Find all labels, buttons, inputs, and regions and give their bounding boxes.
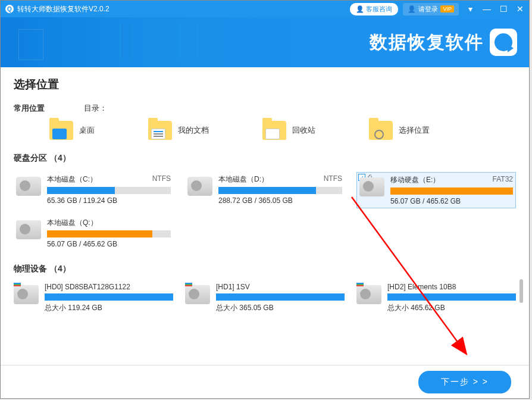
disk-icon — [16, 220, 41, 239]
usage-bar — [390, 188, 513, 195]
disk-icon — [359, 177, 384, 196]
disk-icon — [16, 177, 41, 196]
physical-device-list: [HD0] SD8SBAT128G1122 总大小 119.24 GB [HD1… — [14, 283, 516, 313]
location-browse[interactable]: 选择位置 — [369, 121, 430, 140]
next-button[interactable]: 下一步 > > — [418, 371, 511, 393]
user-icon: 👤 — [408, 5, 416, 13]
disk-icon — [185, 285, 210, 304]
partition-fs: NTFS — [324, 174, 342, 185]
content-area: 选择位置 常用位置 目录： 桌面 我的文档 回收站 选择位置 硬盘分区 （ — [1, 67, 529, 313]
location-label: 我的文档 — [178, 125, 209, 136]
usage-bar — [47, 187, 171, 194]
titlebar: Q 转转大师数据恢复软件V2.0.2 👤 客服咨询 👤 请登录 VIP ▾ — … — [1, 1, 529, 17]
folder-icon — [148, 121, 172, 140]
disk-icon — [356, 285, 381, 304]
physical-hd0[interactable]: [HD0] SD8SBAT128G1122 总大小 119.24 GB — [14, 283, 173, 313]
window-controls: ▾ — ☐ ✕ — [466, 4, 524, 14]
location-desktop[interactable]: 桌面 — [49, 121, 95, 140]
banner: 数据恢复软件 — [1, 17, 529, 67]
partition-fs: FAT32 — [493, 175, 513, 185]
partition-fs: NTFS — [152, 174, 171, 185]
banner-decoration — [1, 17, 265, 67]
close-icon[interactable]: ✕ — [516, 4, 524, 14]
partition-name: 移动硬盘（E:） — [390, 175, 440, 185]
folder-icon — [49, 121, 73, 140]
partition-name: 本地磁盘（Q:） — [47, 218, 98, 228]
disk-partition-header: 硬盘分区 （4） — [14, 153, 516, 164]
partition-c[interactable]: 本地磁盘（C:） NTFS 65.36 GB / 119.24 GB — [14, 172, 173, 208]
physical-device-header: 物理设备 （4） — [14, 264, 516, 274]
usage-bar — [387, 293, 516, 301]
device-name: [HD2] Elements 10B8 — [387, 283, 456, 291]
common-locations-list: 桌面 我的文档 回收站 选择位置 — [49, 121, 516, 140]
usage-bar — [47, 230, 171, 238]
login-button[interactable]: 👤 请登录 VIP — [403, 3, 459, 15]
physical-hd1[interactable]: [HD1] 1SV 总大小 365.05 GB — [185, 283, 345, 313]
maximize-icon[interactable]: ☐ — [499, 4, 508, 14]
location-recycle-bin[interactable]: 回收站 — [262, 121, 315, 140]
partition-size: 56.07 GB / 465.62 GB — [47, 240, 171, 248]
partition-size: 288.72 GB / 365.05 GB — [218, 196, 342, 205]
minimize-icon[interactable]: — — [483, 4, 491, 14]
device-size: 总大小 365.05 GB — [216, 303, 345, 313]
usage-bar — [216, 293, 345, 301]
partition-list: 本地磁盘（C:） NTFS 65.36 GB / 119.24 GB 本地磁盘（… — [14, 172, 516, 251]
location-label: 桌面 — [79, 125, 95, 136]
login-label: 请登录 — [418, 5, 438, 14]
menu-icon[interactable]: ▾ — [466, 4, 474, 14]
partition-d[interactable]: 本地磁盘（D:） NTFS 288.72 GB / 365.05 GB — [185, 172, 345, 208]
partition-size: 65.36 GB / 119.24 GB — [47, 196, 171, 205]
banner-logo-icon — [490, 29, 517, 56]
scrollbar[interactable] — [520, 279, 523, 303]
disk-icon — [187, 177, 212, 196]
app-window: Q 转转大师数据恢复软件V2.0.2 👤 客服咨询 👤 请登录 VIP ▾ — … — [0, 0, 530, 399]
device-size: 总大小 465.62 GB — [387, 303, 516, 313]
vip-badge: VIP — [440, 5, 454, 12]
folder-icon — [262, 121, 286, 140]
partition-name: 本地磁盘（D:） — [218, 174, 268, 185]
banner-title: 数据恢复软件 — [370, 30, 484, 55]
location-documents[interactable]: 我的文档 — [148, 121, 209, 140]
device-name: [HD1] 1SV — [216, 283, 250, 291]
location-label: 选择位置 — [399, 125, 430, 136]
service-icon: 👤 — [356, 5, 364, 13]
app-logo-icon: Q — [5, 5, 14, 13]
app-title: 转转大师数据恢复软件V2.0.2 — [17, 4, 350, 14]
footer: 下一步 > > — [1, 365, 529, 398]
usage-bar — [218, 187, 342, 194]
partition-size: 56.07 GB / 465.62 GB — [390, 197, 513, 205]
service-label: 客服咨询 — [366, 5, 392, 14]
customer-service-button[interactable]: 👤 客服咨询 — [350, 3, 398, 15]
partition-name: 本地磁盘（C:） — [47, 174, 97, 185]
location-label: 回收站 — [292, 125, 315, 136]
directory-label: 目录： — [84, 103, 107, 114]
physical-hd2[interactable]: [HD2] Elements 10B8 总大小 465.62 GB — [356, 283, 516, 313]
folder-icon — [369, 121, 393, 140]
device-name: [HD0] SD8SBAT128G1122 — [45, 283, 130, 291]
common-locations-label: 常用位置 — [14, 103, 73, 114]
device-size: 总大小 119.24 GB — [45, 303, 173, 313]
partition-q[interactable]: 本地磁盘（Q:） 56.07 GB / 465.62 GB — [14, 215, 173, 251]
disk-icon — [14, 285, 39, 304]
usage-bar — [45, 293, 173, 301]
partition-e[interactable]: ✓ ⎙ 移动硬盘（E:） FAT32 56.07 GB / 465.62 GB — [356, 172, 516, 208]
page-title: 选择位置 — [14, 77, 516, 92]
